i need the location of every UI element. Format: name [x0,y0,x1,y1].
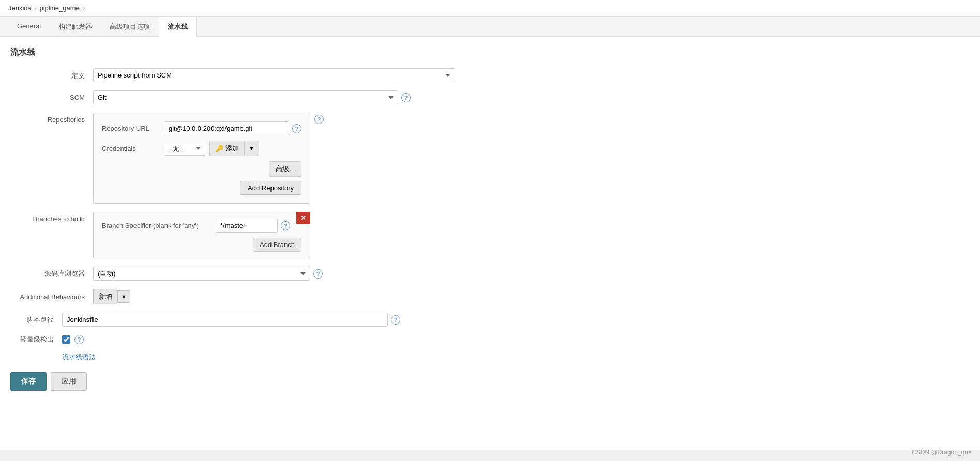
credentials-select[interactable]: - 无 - [164,142,205,156]
repositories-section: Repositories Repository URL ? Credential… [10,113,970,204]
repository-box: Repository URL ? Credentials - 无 - [93,113,310,204]
repo-url-label: Repository URL [102,125,164,132]
add-repository-button[interactable]: Add Repository [240,181,301,195]
new-caret-button[interactable]: ▼ [117,290,130,303]
repo-url-help-icon[interactable]: ? [292,124,301,133]
tab-general[interactable]: General [8,17,50,37]
add-credentials-group: 🔑 添加 ▼ [209,141,259,156]
repositories-label: Repositories [10,113,93,124]
breadcrumb-sep1: › [34,4,36,12]
scm-select[interactable]: Git None [93,90,398,104]
repositories-help-icon[interactable]: ? [314,115,324,124]
branch-box: ✕ Branch Specifier (blank for 'any') ? A… [93,212,310,258]
bottom-buttons: 保存 应用 [10,372,970,391]
add-branch-button[interactable]: Add Branch [253,238,301,252]
pipeline-syntax-link[interactable]: 流水线语法 [62,353,96,361]
branches-label: Branches to build [10,212,93,223]
breadcrumb-jenkins[interactable]: Jenkins [8,4,31,12]
additional-behaviours-label: Additional Behaviours [10,293,93,301]
tab-bar: General 构建触发器 高级项目选项 流水线 [0,17,980,37]
repositories-content: Repository URL ? Credentials - 无 - [93,113,310,204]
apply-button[interactable]: 应用 [51,372,87,391]
scm-row: SCM Git None ? [10,90,970,104]
pipeline-syntax-row: 流水线语法 [10,352,970,362]
definition-row: 定义 Pipeline script from SCM Pipeline scr… [10,68,970,82]
repo-url-input[interactable] [164,121,289,135]
add-branch-row: Add Branch [102,238,301,252]
page-title: 流水线 [10,47,970,58]
branch-specifier-label: Branch Specifier (blank for 'any') [102,222,216,229]
branches-section: Branches to build ✕ Branch Specifier (bl… [10,212,970,258]
source-browser-help-icon[interactable]: ? [313,269,323,279]
add-button-label: 添加 [225,144,239,153]
tab-build-trigger[interactable]: 构建触发器 [50,17,101,37]
script-path-input[interactable] [62,313,388,327]
script-path-row: 脚本路径 ? [10,313,970,327]
repo-url-row: Repository URL ? [102,121,301,135]
credentials-controls: - 无 - 🔑 添加 ▼ [164,141,259,156]
credentials-row: Credentials - 无 - 🔑 添加 ▼ [102,141,301,156]
branch-specifier-input[interactable] [216,219,278,233]
breadcrumb-sep2: › [83,4,85,12]
source-browser-label: 源码库浏览器 [10,269,93,279]
script-path-help-icon[interactable]: ? [391,315,400,325]
new-button-group: 新增 ▼ [93,289,130,304]
lightweight-checkout-row: 轻量级检出 ? [10,335,970,344]
lightweight-label: 轻量级检出 [10,335,62,344]
branch-specifier-row: Branch Specifier (blank for 'any') ? [102,219,301,233]
lightweight-help-icon[interactable]: ? [74,335,84,344]
delete-branch-button[interactable]: ✕ [296,212,310,224]
tab-advanced-options[interactable]: 高级项目选项 [101,17,159,37]
advanced-button[interactable]: 高级... [269,161,301,177]
scm-help-icon[interactable]: ? [401,93,411,102]
script-path-label: 脚本路径 [10,315,62,325]
credentials-label: Credentials [102,145,164,152]
branch-specifier-help-icon[interactable]: ? [281,221,290,230]
key-icon: 🔑 [215,145,223,152]
advanced-row: 高级... [102,161,301,177]
definition-control: Pipeline script from SCM Pipeline script [93,68,970,82]
add-credentials-caret-button[interactable]: ▼ [244,141,259,156]
tab-pipeline[interactable]: 流水线 [159,17,197,37]
add-credentials-main-button[interactable]: 🔑 添加 [209,141,244,156]
source-browser-select[interactable]: (自动) [93,267,310,281]
add-repo-row: Add Repository [102,181,301,195]
watermark: CSDN @Dragon_qu× [912,449,972,450]
branches-content: ✕ Branch Specifier (blank for 'any') ? A… [93,212,310,258]
breadcrumb-pipline-game[interactable]: pipline_game [39,4,79,12]
scm-label: SCM [10,94,93,101]
new-main-button[interactable]: 新增 [93,289,117,304]
definition-label: 定义 [10,68,93,81]
source-browser-row: 源码库浏览器 (自动) ? [10,267,970,281]
breadcrumb: Jenkins › pipline_game › [0,0,980,17]
additional-behaviours-row: Additional Behaviours 新增 ▼ [10,289,970,304]
save-button[interactable]: 保存 [10,372,47,391]
definition-select[interactable]: Pipeline script from SCM Pipeline script [93,68,455,82]
lightweight-checkbox[interactable] [62,335,70,344]
